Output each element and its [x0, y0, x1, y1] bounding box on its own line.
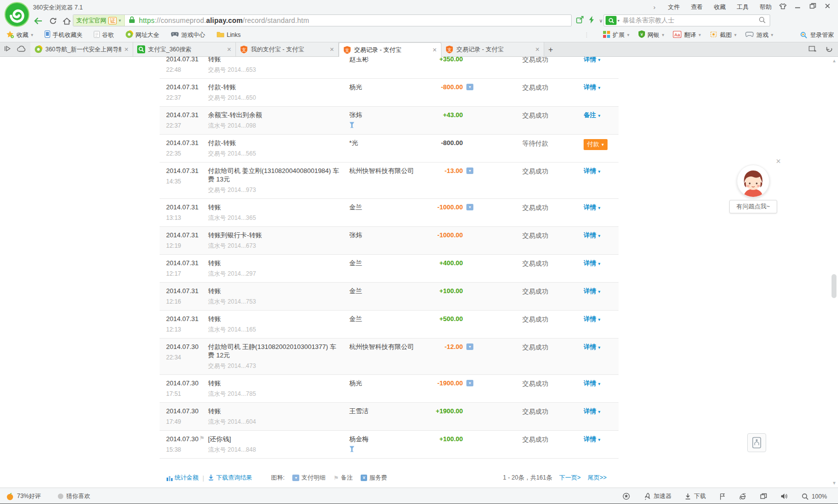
download-manager-button[interactable]: 下载	[685, 492, 706, 501]
assistant-close-icon[interactable]: ✕	[776, 158, 781, 165]
tool-caret-icon[interactable]: ▾	[734, 32, 737, 37]
scroll-down-arrow-icon[interactable]: ▼	[832, 481, 837, 486]
bookmark-caret-icon[interactable]: ▾	[31, 32, 33, 37]
detail-link[interactable]: 详情▾	[584, 316, 601, 323]
new-tab-button[interactable]: +	[544, 43, 557, 56]
tab-0[interactable]: 360导航_新一代安全上网导航✕	[30, 42, 133, 56]
search-input[interactable]: 暴徒杀害宗教人士	[623, 16, 759, 25]
detail-link[interactable]: 详情▾	[584, 408, 601, 415]
tool-3[interactable]: 截图▾	[710, 31, 737, 39]
search-submit-icon[interactable]	[759, 16, 766, 25]
speed-lightning-icon[interactable]	[589, 16, 594, 25]
menu-chevron-icon[interactable]: ›	[653, 3, 655, 11]
tool-caret-icon[interactable]: ▾	[662, 32, 664, 37]
scroll-up-arrow-icon[interactable]: ▲	[832, 59, 837, 63]
tab-1[interactable]: 支付宝_360搜索✕	[133, 42, 236, 56]
site-identity-badge[interactable]: 支付宝官网 证 ▾	[73, 15, 125, 26]
tab-2[interactable]: 支我的支付宝 - 支付宝✕	[236, 42, 339, 56]
tool-4[interactable]: 游戏▾	[745, 31, 773, 39]
speaker-icon[interactable]	[781, 493, 788, 500]
search-engine-icon[interactable]	[606, 16, 617, 25]
bookmark-item-1[interactable]: 手机收藏夹	[44, 30, 83, 39]
tab-close-icon[interactable]: ✕	[124, 46, 129, 53]
menu-item-0[interactable]: 文件	[668, 3, 680, 11]
pay-button[interactable]: 付款▾	[584, 139, 608, 150]
accelerator-button[interactable]: 加速器	[643, 492, 671, 501]
tool-caret-icon[interactable]: ▾	[627, 32, 629, 37]
tool-2[interactable]: Aa翻译▾	[673, 31, 701, 39]
medal-icon[interactable]	[623, 493, 630, 500]
page-zoom-control[interactable]: 100%	[802, 493, 827, 500]
payment-detail-dropdown-icon[interactable]: ▾	[466, 343, 473, 350]
payment-detail-dropdown-icon[interactable]: ▾	[466, 168, 473, 174]
tool-caret-icon[interactable]: ▾	[771, 32, 773, 37]
bookmark-item-3[interactable]: 网址大全	[125, 30, 160, 40]
home-button[interactable]	[61, 16, 73, 26]
back-button[interactable]	[32, 16, 44, 26]
menu-item-4[interactable]: 帮助	[760, 3, 772, 11]
bookmark-item-2[interactable]: 谷歌	[94, 31, 114, 39]
guess-you-like[interactable]: 猜你喜欢	[58, 492, 90, 501]
detail-link[interactable]: 详情▾	[584, 168, 601, 174]
bookmark-item-0[interactable]: 收藏▾	[6, 30, 33, 40]
share-icon[interactable]	[576, 16, 584, 25]
tool-1[interactable]: ¥网银▾	[638, 30, 664, 39]
tool-caret-icon[interactable]: ▾	[698, 32, 701, 37]
toolbar-grip-icon[interactable]: ⋮	[584, 31, 589, 38]
minimize-button[interactable]	[790, 1, 805, 11]
stats-amount-link[interactable]: 统计金额	[167, 474, 199, 482]
cloud-sync-icon[interactable]	[17, 45, 26, 53]
detail-link[interactable]: 详情▾	[584, 84, 601, 91]
site-badge-caret-icon[interactable]: ▾	[119, 18, 121, 23]
tab-close-icon[interactable]: ✕	[432, 47, 437, 53]
bookmark-item-5[interactable]: Links	[216, 31, 241, 39]
detail-link[interactable]: 详情▾	[584, 204, 601, 211]
tab-close-icon[interactable]: ✕	[535, 46, 540, 53]
tool-0[interactable]: 扩展▾	[603, 31, 629, 39]
maximize-button[interactable]	[805, 1, 820, 11]
assistant-tooltip[interactable]: 有问题点我~	[729, 200, 777, 213]
assistant-widget[interactable]: ✕ 有问题点我~	[729, 157, 777, 213]
tab-3[interactable]: 支交易记录 - 支付宝✕	[339, 42, 441, 57]
login-manager-button[interactable]: 登录管家	[800, 28, 834, 42]
elevator-back-to-top-button[interactable]	[747, 433, 766, 452]
scrollbar-thumb[interactable]	[832, 274, 837, 298]
menu-item-1[interactable]: 查看	[691, 3, 703, 11]
search-engine-caret-icon[interactable]: ▾	[618, 18, 620, 23]
vertical-scrollbar[interactable]: ▲ ▼	[831, 58, 838, 487]
detail-link[interactable]: 详情▾	[584, 288, 601, 295]
detail-link[interactable]: 备注▾	[584, 112, 601, 119]
ie-compat-icon[interactable]	[739, 493, 747, 500]
assistant-avatar[interactable]	[737, 165, 770, 197]
detail-link[interactable]: 详情▾	[584, 380, 601, 387]
menu-item-2[interactable]: 收藏	[714, 3, 726, 11]
payment-detail-dropdown-icon[interactable]: ▾	[466, 204, 473, 210]
detail-link[interactable]: 详情▾	[584, 57, 601, 63]
tab-close-icon[interactable]: ✕	[330, 46, 334, 53]
detail-link[interactable]: 详情▾	[584, 232, 601, 239]
bookmark-item-4[interactable]: 游戏中心	[171, 31, 206, 39]
download-results-link[interactable]: 下载查询结果	[208, 474, 252, 482]
tab-list-icon[interactable]	[809, 45, 817, 54]
search-box[interactable]: ▾ 暴徒杀害宗教人士	[604, 14, 770, 26]
tab-4[interactable]: 支交易记录 - 支付宝✕	[441, 42, 544, 56]
site-rating[interactable]: 73%好评	[6, 492, 41, 501]
dropdown-caret-icon[interactable]: ∨	[599, 18, 603, 23]
last-page-link[interactable]: 尾页>>	[588, 474, 607, 482]
session-restore-icon[interactable]	[4, 45, 11, 53]
window-mode-icon[interactable]	[760, 493, 767, 500]
detail-link[interactable]: 详情▾	[584, 436, 601, 443]
skin-button[interactable]	[775, 1, 790, 11]
reopen-closed-tab-icon[interactable]	[825, 46, 833, 54]
url-field[interactable]: 支付宝官网 证 ▾ https://consumeprod.alipay.com…	[73, 14, 572, 26]
detail-link[interactable]: 详情▾	[584, 260, 601, 267]
detail-link[interactable]: 详情▾	[584, 343, 601, 350]
report-flag-icon[interactable]	[719, 493, 725, 500]
close-button[interactable]	[820, 1, 835, 11]
payment-detail-dropdown-icon[interactable]: ▾	[466, 380, 473, 386]
payment-detail-dropdown-icon[interactable]: ▾	[466, 84, 473, 90]
next-page-link[interactable]: 下一页>	[559, 474, 581, 482]
tab-close-icon[interactable]: ✕	[227, 46, 231, 53]
refresh-button[interactable]	[47, 16, 59, 26]
menu-item-3[interactable]: 工具	[737, 3, 749, 11]
